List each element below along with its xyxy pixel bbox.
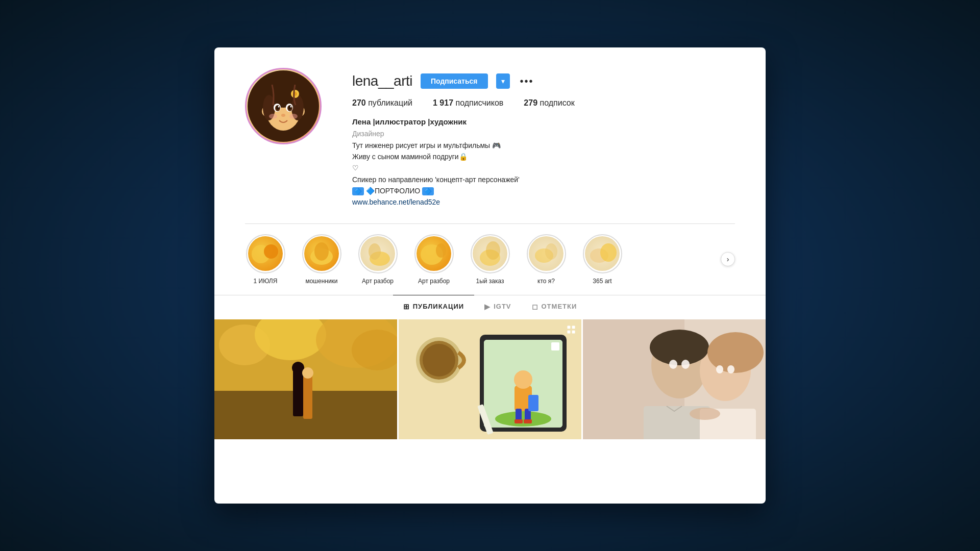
svg-rect-60 — [551, 342, 559, 350]
tab-igtv-label: IGTV — [494, 303, 511, 310]
tab-posts-label: ПУБЛИКАЦИИ — [413, 303, 464, 310]
highlight-label-7: 365 art — [593, 278, 611, 285]
highlight-label-5: 1ый заказ — [476, 278, 504, 285]
profile-area: lena__arti Подписаться ▾ ••• 270 публика… — [214, 47, 766, 224]
post-item-3[interactable] — [583, 319, 766, 502]
posts-grid — [214, 318, 766, 504]
tab-tagged[interactable]: ◻ ОТМЕТКИ — [522, 295, 587, 318]
svg-point-15 — [281, 114, 285, 117]
bio-line3: ♡ — [352, 162, 735, 173]
highlight-item-5[interactable]: 1ый заказ — [470, 234, 510, 285]
svg-rect-58 — [524, 419, 532, 423]
svg-point-14 — [290, 106, 292, 108]
highlight-thumb-7 — [585, 236, 620, 271]
highlight-item-2[interactable]: мошенники — [301, 234, 342, 285]
avatar-container — [245, 68, 322, 144]
svg-point-17 — [289, 114, 298, 119]
highlight-label-2: мошенники — [305, 278, 337, 285]
svg-point-23 — [314, 242, 329, 261]
carousel-dots — [483, 495, 497, 498]
svg-rect-62 — [568, 325, 571, 329]
profile-header: lena__arti Подписаться ▾ ••• 270 публика… — [245, 68, 735, 208]
tab-igtv[interactable]: ▶ IGTV — [474, 295, 521, 318]
highlight-label-4: Арт разбор — [418, 278, 450, 285]
multi-image-icon — [566, 324, 576, 337]
svg-rect-64 — [568, 331, 571, 334]
bio-portfolio: 🔷 🔷ПОРТФОЛИО 🔷 — [352, 185, 735, 196]
highlight-item-6[interactable]: кто я? — [526, 234, 567, 285]
tag-icon: ◻ — [532, 303, 538, 311]
highlight-thumb-1 — [248, 236, 283, 271]
bio-link[interactable]: www.behance.net/lenad52e — [352, 196, 735, 208]
carousel-dot-1 — [483, 495, 486, 498]
highlight-thumb-2 — [304, 236, 339, 271]
bio-section: Лена |иллюстратор |художник Дизайнер Тут… — [352, 116, 735, 208]
svg-point-54 — [514, 370, 532, 389]
svg-rect-63 — [572, 325, 575, 329]
highlight-circle-1 — [246, 234, 285, 273]
post-item-2[interactable] — [399, 319, 581, 502]
profile-info: lena__arti Подписаться ▾ ••• 270 публика… — [352, 68, 735, 208]
carousel-dot-3 — [494, 495, 497, 498]
grid-icon: ⊞ — [403, 303, 410, 311]
username: lena__arti — [352, 73, 412, 89]
svg-point-29 — [486, 241, 500, 260]
dropdown-button[interactable]: ▾ — [496, 73, 510, 89]
followers-stat[interactable]: 1 917 подписчиков — [433, 98, 503, 108]
tv-icon: ▶ — [484, 303, 491, 311]
svg-rect-79 — [583, 319, 766, 439]
highlight-label-3: Арт разбор — [362, 278, 394, 285]
svg-point-31 — [545, 243, 557, 260]
tab-tagged-label: ОТМЕТКИ — [542, 303, 577, 310]
avatar-image — [247, 69, 320, 143]
follow-button[interactable]: Подписаться — [421, 73, 488, 89]
highlight-label-1: 1 ИЮЛЯ — [254, 278, 278, 285]
browser-window: lena__arti Подписаться ▾ ••• 270 публика… — [214, 47, 766, 504]
bio-name: Лена |иллюстратор |художник — [352, 116, 735, 128]
highlight-thumb-5 — [473, 236, 507, 271]
bio-line2: Живу с сыном маминой подруги🔒 — [352, 151, 735, 162]
tab-posts[interactable]: ⊞ ПУБЛИКАЦИИ — [393, 295, 474, 318]
svg-point-44 — [302, 367, 313, 379]
avatar[interactable] — [245, 68, 322, 144]
portfolio-badge-left: 🔷 — [352, 187, 364, 195]
highlight-circle-7 — [583, 234, 622, 273]
svg-point-13 — [278, 106, 280, 108]
svg-point-27 — [436, 243, 446, 258]
posts-stat: 270 публикаций — [352, 98, 412, 108]
svg-point-33 — [600, 243, 617, 262]
highlights-next-button[interactable]: › — [721, 252, 735, 266]
highlight-circle-6 — [527, 234, 566, 273]
highlight-thumb-3 — [360, 236, 395, 271]
following-stat[interactable]: 279 подписок — [524, 98, 574, 108]
svg-point-25 — [369, 243, 381, 260]
svg-point-52 — [495, 411, 551, 427]
carousel-dot-2 — [488, 495, 492, 498]
svg-point-16 — [269, 114, 277, 119]
svg-rect-42 — [303, 375, 312, 419]
highlight-item-3[interactable]: Арт разбор — [357, 234, 398, 285]
highlight-item-7[interactable]: 365 art — [582, 234, 623, 285]
svg-rect-41 — [293, 370, 303, 416]
highlight-circle-5 — [471, 234, 510, 273]
bio-role: Дизайнер — [352, 128, 735, 139]
portfolio-badge-right: 🔷 — [422, 187, 434, 195]
svg-rect-59 — [528, 395, 538, 411]
svg-rect-65 — [572, 331, 575, 334]
post-image-1 — [214, 319, 397, 439]
bio-line4: Спикер по направлению 'концепт-арт персо… — [352, 174, 735, 185]
username-row: lena__arti Подписаться ▾ ••• — [352, 73, 735, 89]
highlight-item-1[interactable]: 1 ИЮЛЯ — [245, 234, 286, 285]
highlight-item-4[interactable]: Арт разбор — [413, 234, 454, 285]
highlight-circle-4 — [414, 234, 454, 273]
more-options-button[interactable]: ••• — [518, 76, 536, 87]
highlights-section: 1 ИЮЛЯ мошенники Арт разбор — [214, 224, 766, 295]
svg-point-21 — [264, 244, 278, 259]
bio-line1: Тут инженер рисует игры и мультфильмы 🎮 — [352, 140, 735, 151]
highlight-thumb-6 — [529, 236, 564, 271]
highlight-circle-3 — [358, 234, 398, 273]
chevron-down-icon: ▾ — [501, 77, 505, 85]
tabs-section: ⊞ ПУБЛИКАЦИИ ▶ IGTV ◻ ОТМЕТКИ — [214, 295, 766, 318]
post-item-1[interactable] — [214, 319, 397, 502]
svg-point-48 — [423, 344, 455, 377]
